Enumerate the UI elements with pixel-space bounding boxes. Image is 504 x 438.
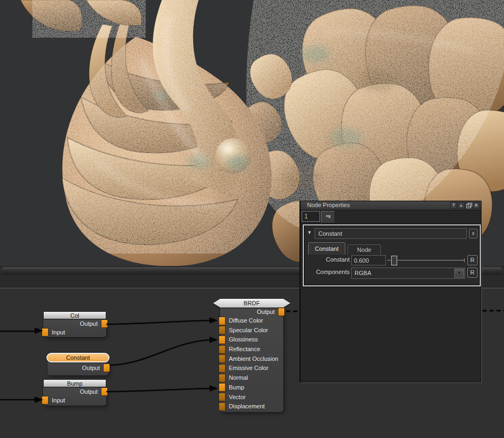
constant-output-label: Output <box>82 365 100 371</box>
chevron-down-icon[interactable]: ▼ <box>454 269 464 278</box>
wire-bump-to-bump <box>106 388 210 392</box>
node-bump[interactable]: Bump Output Input <box>43 379 106 406</box>
col-input-label: Input <box>52 329 65 336</box>
section-collapse-icon[interactable]: ▼ <box>307 230 312 235</box>
brdf-output-port[interactable] <box>278 308 284 316</box>
arrowhead-glossiness <box>209 337 218 343</box>
collapse-icon[interactable]: ▲ <box>458 202 465 209</box>
bump-input-label: Input <box>52 397 65 403</box>
tab-node[interactable]: Node <box>348 244 381 255</box>
brdf-port-emissive-color[interactable] <box>219 365 225 372</box>
components-value: RGBA <box>355 270 371 276</box>
brdf-port-bump[interactable] <box>219 384 225 391</box>
brdf-input-reflectance: Reflectance <box>220 345 283 354</box>
wire-constant-to-glossiness <box>110 340 210 365</box>
brdf-input-ambient-occlusion: Ambient Occlusion <box>220 354 283 364</box>
arrowhead-diffuse <box>209 317 218 324</box>
slider-end-tick <box>464 258 465 262</box>
selection-count-field[interactable] <box>302 211 320 222</box>
node-bump-header[interactable]: Bump <box>43 379 106 387</box>
brdf-input-emissive-color: Emissive Color <box>220 364 283 373</box>
brdf-input-bump: Bump <box>220 383 283 393</box>
restore-window-icon[interactable] <box>465 202 472 209</box>
brdf-input-displacement: Displacement <box>220 402 283 412</box>
constant-value-input[interactable] <box>351 255 386 265</box>
panel-title: Node Properties <box>307 202 350 208</box>
help-icon[interactable]: ? <box>450 202 457 209</box>
application-window: Col Output Input Constant Output <box>0 0 504 438</box>
brdf-input-specular-color: Specular Color <box>220 326 283 336</box>
wire-col-to-diffuse <box>106 320 210 324</box>
panel-titlebar[interactable]: Node Properties ? ▲ × <box>301 201 481 210</box>
brdf-port-normal[interactable] <box>219 374 225 382</box>
brdf-port-displacement[interactable] <box>219 403 225 410</box>
brdf-input-glossiness: Glossiness <box>220 335 283 345</box>
node-col-header[interactable]: Col <box>43 311 106 319</box>
brdf-input-vector: Vector <box>220 393 283 402</box>
components-label: Components <box>296 269 350 275</box>
arrowhead-bump <box>209 385 218 392</box>
constant-reset-button[interactable]: R <box>467 255 478 265</box>
constant-label: Constant <box>296 256 350 263</box>
bump-input-port[interactable] <box>42 396 48 404</box>
brdf-port-vector[interactable] <box>219 393 225 401</box>
brdf-output-label: Output <box>257 309 275 315</box>
node-brdf[interactable]: BRDF Output Diffuse Color Specular Color… <box>220 299 283 412</box>
components-reset-button[interactable]: R <box>467 268 478 278</box>
brdf-input-diffuse-color: Diffuse Color <box>220 316 283 326</box>
section-name-field[interactable]: Constant <box>315 228 467 239</box>
brdf-port-reflectance[interactable] <box>219 346 225 353</box>
brdf-input-normal: Normal <box>220 373 283 383</box>
pin-selection-button[interactable]: =x <box>321 211 335 223</box>
brdf-port-ambient-occlusion[interactable] <box>219 355 225 362</box>
node-properties-panel: Node Properties ? ▲ × =x ▼ Constant x Co… <box>300 201 481 382</box>
brdf-port-diffuse-color[interactable] <box>219 317 225 325</box>
node-col[interactable]: Col Output Input <box>43 311 106 337</box>
col-output-port[interactable] <box>101 320 107 327</box>
col-input-port[interactable] <box>42 328 48 336</box>
constant-output-port[interactable] <box>104 364 110 372</box>
constant-property-group: ▼ Constant x Constant Node Constant R Co… <box>303 224 481 286</box>
constant-slider-track[interactable] <box>398 260 464 261</box>
bump-output-label: Output <box>80 388 98 395</box>
section-close-button[interactable]: x <box>469 229 478 238</box>
tab-constant[interactable]: Constant <box>308 242 345 255</box>
col-output-label: Output <box>80 320 98 327</box>
brdf-port-specular-color[interactable] <box>219 326 225 334</box>
slider-lead <box>387 260 391 261</box>
brdf-port-glossiness[interactable] <box>219 336 225 344</box>
close-icon[interactable]: × <box>473 202 480 209</box>
node-constant-header[interactable]: Constant <box>46 353 110 362</box>
node-brdf-header[interactable]: BRDF <box>213 299 290 307</box>
pin-icon: =x <box>326 214 330 219</box>
components-dropdown[interactable]: RGBA ▼ <box>351 268 465 279</box>
constant-slider-handle[interactable] <box>391 256 397 265</box>
node-constant[interactable]: Constant Output <box>46 353 110 375</box>
bump-output-port[interactable] <box>101 388 107 395</box>
